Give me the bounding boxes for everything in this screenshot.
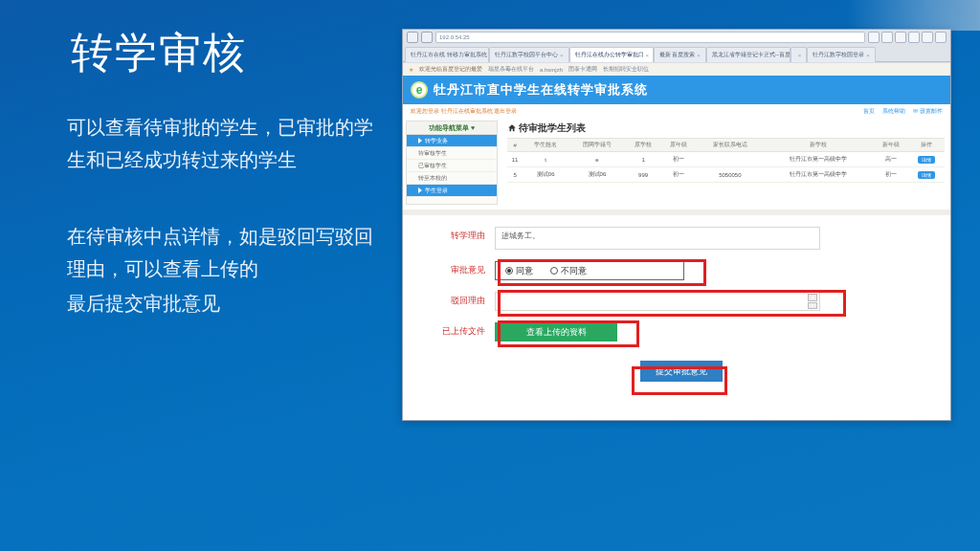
radio-icon xyxy=(505,267,513,275)
reload-button[interactable] xyxy=(868,32,880,43)
sidebar-item-incoming[interactable]: 转至本校的 xyxy=(407,172,497,185)
close-icon[interactable]: × xyxy=(798,53,802,58)
welcome-text: 欢迎您登录 牡丹江在线审批系统 退出登录 xyxy=(411,107,517,116)
label-reason: 转学理由 xyxy=(441,227,495,242)
app-logo-icon: e xyxy=(411,81,428,99)
slide-para-1: 可以查看待审批的学生，已审批的学生和已经成功转过来的学生 xyxy=(67,111,373,176)
fav-link[interactable]: 国泰卡通网 xyxy=(568,65,597,74)
screenshot-window: 192.0.54.25 牡丹江市在线 转移力审批系统× 牡丹江数字校园平台中心×… xyxy=(402,29,951,421)
close-icon[interactable]: × xyxy=(697,53,701,58)
slide-para-2: 在待审核中点详情，如是驳回写驳回理由，可以查看上传的 xyxy=(67,220,383,285)
reject-reason-input[interactable]: ▴▾ xyxy=(495,292,820,311)
browser-tab[interactable]: 牡丹江市在线 转移力审批系统× xyxy=(405,47,489,62)
top-section: 功能导航菜单 ♥ 转学业务 待审核学生 已审核学生 转至本校的 学生登录 待审批… xyxy=(403,118,950,209)
label-opinion: 审批意见 xyxy=(441,261,495,276)
sidebar-item-approved[interactable]: 已审核学生 xyxy=(407,160,497,172)
table-row: 5测试06测试06999初一5050050牡丹江市第一高级中学初一详情 xyxy=(507,167,945,183)
radio-agree[interactable]: 同意 xyxy=(505,265,533,277)
forward-button[interactable] xyxy=(421,32,433,43)
opinion-radio-group: 同意 不同意 xyxy=(495,261,684,280)
triangle-icon xyxy=(418,187,422,193)
back-button[interactable] xyxy=(407,32,418,43)
view-uploads-button[interactable]: 查看上传的资料 xyxy=(495,322,617,342)
favorites-bar: ★ 欢迎光临百度登记的最爱 瑞星杀毒在线平台 a.hsmjzh 国泰卡通网 长期… xyxy=(403,62,950,76)
welcome-bar: 欢迎您登录 牡丹江在线审批系统 退出登录 首页 系统帮助 ✉ 设置邮件 xyxy=(403,104,950,118)
menu-button[interactable] xyxy=(895,32,906,43)
app-header: e 牡丹江市直中学生在线转学审批系统 xyxy=(403,76,950,104)
fav-link[interactable]: 瑞星杀毒在线平台 xyxy=(488,65,534,74)
close-icon[interactable]: × xyxy=(560,53,564,58)
radio-icon xyxy=(550,267,558,275)
fav-link[interactable]: 长期招聘安全职位 xyxy=(603,65,649,74)
close-icon[interactable]: × xyxy=(866,53,870,58)
slide-para-3: 最后提交审批意见 xyxy=(67,287,383,320)
label-reject: 驳回理由 xyxy=(441,292,495,307)
radio-disagree[interactable]: 不同意 xyxy=(550,265,587,277)
browser-tab[interactable]: 最新 百度搜索× xyxy=(654,47,706,62)
tab-row: 牡丹江市在线 转移力审批系统× 牡丹江数字校园平台中心× 牡丹江在线办公转学审批… xyxy=(403,45,950,62)
detail-button[interactable]: 详情 xyxy=(918,156,935,164)
address-bar[interactable]: 192.0.54.25 xyxy=(435,32,865,43)
label-files: 已上传文件 xyxy=(441,322,495,338)
browser-tab[interactable]: × xyxy=(791,47,808,62)
close-button[interactable] xyxy=(935,32,947,43)
spinner-icon[interactable]: ▴▾ xyxy=(808,294,817,309)
min-button[interactable] xyxy=(908,32,920,43)
link-mail[interactable]: ✉ 设置邮件 xyxy=(913,107,943,116)
close-icon[interactable]: × xyxy=(646,53,650,58)
pending-table: # 学生姓名 国网学籍号 原学校 原年级 家长联系电话 新学校 新年级 操作 1… xyxy=(507,138,945,183)
form-section: 转学理由 进城务工。 审批意见 同意 不同意 驳回理由 ▴▾ 已上传文件 查看上… xyxy=(403,209,950,421)
browser-chrome: 192.0.54.25 牡丹江市在线 转移力审批系统× 牡丹江数字校园平台中心×… xyxy=(403,30,950,62)
submit-opinion-button[interactable]: 提交审批意见 xyxy=(640,361,723,382)
browser-tab[interactable]: 黑龙江省学籍登记卡正式--百度文× xyxy=(706,47,791,62)
browser-tab[interactable]: 牡丹江数字校园平台中心× xyxy=(489,47,569,62)
table-row: 11te1初一牡丹江市第一高级中学高一详情 xyxy=(507,152,945,167)
sidebar-header: 功能导航菜单 ♥ xyxy=(407,121,497,135)
fav-link[interactable]: a.hsmjzh xyxy=(540,67,563,73)
decorative-corner xyxy=(846,0,980,31)
link-help[interactable]: 系统帮助 xyxy=(882,107,905,116)
reason-input[interactable]: 进城务工。 xyxy=(495,227,820,250)
sidebar-item-student-login[interactable]: 学生登录 xyxy=(407,185,497,197)
browser-tab[interactable]: 牡丹江数字校园登录× xyxy=(807,47,876,62)
slide-title: 转学审核 xyxy=(71,25,247,81)
detail-button[interactable]: 详情 xyxy=(918,171,935,179)
link-home[interactable]: 首页 xyxy=(863,107,875,116)
star-icon: ★ xyxy=(409,66,413,73)
app-title: 牡丹江市直中学生在线转学审批系统 xyxy=(434,81,648,99)
favorites-hint: 欢迎光临百度登记的最爱 xyxy=(419,65,482,74)
toolbar-buttons xyxy=(868,32,947,43)
sidebar-item-transfer[interactable]: 转学业务 xyxy=(407,135,497,147)
home-icon xyxy=(507,123,517,133)
home-button[interactable] xyxy=(881,32,893,43)
table-title: 待审批学生列表 xyxy=(507,121,945,135)
sidebar-item-pending[interactable]: 待审核学生 xyxy=(407,147,497,160)
triangle-icon xyxy=(418,138,422,143)
browser-tab[interactable]: 牡丹江在线办公转学审批口× xyxy=(569,47,654,62)
table-area: 待审批学生列表 # 学生姓名 国网学籍号 原学校 原年级 家长联系电话 新学校 … xyxy=(498,118,950,209)
max-button[interactable] xyxy=(922,32,933,43)
sidebar: 功能导航菜单 ♥ 转学业务 待审核学生 已审核学生 转至本校的 学生登录 xyxy=(406,121,498,205)
